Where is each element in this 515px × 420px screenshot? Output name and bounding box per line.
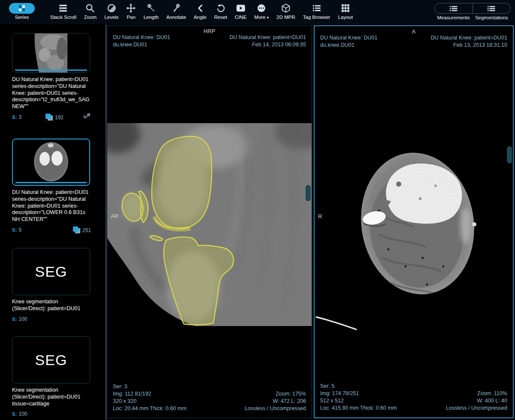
overlay-top-left: DU Natural Knee: DU01 du.knee.DU01: [113, 34, 170, 48]
length-label: Length: [143, 15, 158, 20]
mri-sagittal-image: [107, 123, 312, 326]
chevron-left-icon: [196, 3, 204, 13]
viewport-2[interactable]: A R DU Natural Knee: DU01 du.knee.DU01 D…: [314, 25, 514, 418]
panel-resizer[interactable]: [106, 24, 106, 420]
seg-thumbnail-2[interactable]: SEG: [12, 336, 90, 384]
series-label: Series: [15, 15, 29, 20]
window-level-overlay: W: 472 L: 206: [245, 398, 306, 405]
main-toolbar: Series Stack Scroll Zoom Levels: [0, 0, 515, 24]
instance-count: 251: [82, 227, 91, 233]
series-number-overlay: Ser: 3: [113, 383, 186, 390]
viewport-scrollbar[interactable]: [507, 146, 512, 163]
series-prefix: S:: [12, 317, 17, 322]
cine-button[interactable]: CINE: [231, 0, 250, 20]
seg-placeholder: SEG: [35, 263, 67, 280]
zoom-label: Zoom: [84, 15, 97, 20]
series-meta: S: 3 192: [12, 113, 91, 121]
list-icon: [449, 6, 458, 12]
right-panel-toggles: Measurements Segmentations: [434, 3, 511, 20]
series-description: DU Natural Knee: patient=DU01 series-des…: [12, 189, 91, 223]
study-date: Feb 14, 2013 06:09:35: [230, 41, 306, 48]
tag-list-icon: [312, 4, 321, 12]
series-number: 5: [19, 227, 22, 233]
series-thumbnail-2[interactable]: [12, 139, 90, 186]
annotate-arrow-icon: [172, 3, 181, 13]
image-number-overlay: Img: 112 81/192: [113, 390, 186, 398]
series-button[interactable]: Series: [5, 0, 39, 20]
series-meta: S: 5 251: [12, 226, 91, 234]
segmentations-label: Segmentations: [473, 15, 511, 20]
reset-button[interactable]: Reset: [210, 0, 231, 20]
series-active-pill: [9, 3, 35, 14]
length-ruler-icon: [146, 3, 156, 13]
overlay-top-right: DU Natural Knee: patient=DU01 Feb 14, 20…: [230, 34, 306, 48]
stack-bars-icon: [58, 4, 68, 12]
series-description: Knee segmentation (Slicer/Direct): patie…: [12, 387, 91, 407]
study-description: DU Natural Knee: patient=DU01: [230, 34, 306, 41]
series-prefix: S:: [12, 115, 17, 120]
pan-button[interactable]: Pan: [122, 0, 139, 20]
levels-button[interactable]: Levels: [100, 0, 122, 20]
series-description: DU Natural Knee: patient=DU01 series-des…: [12, 76, 91, 110]
more-label: More▾: [254, 15, 269, 20]
annotate-button[interactable]: Annotate: [163, 0, 190, 20]
reset-arrow-icon: [216, 3, 225, 13]
tag-browser-button[interactable]: Tag Browser: [299, 0, 334, 20]
thumbnail-ct-axial: [13, 139, 89, 185]
cube-icon: [281, 3, 291, 13]
more-button[interactable]: More▾: [251, 0, 273, 20]
series-description: Knee segmentation (Slicer/Direct): patie…: [12, 299, 91, 312]
mpr-2d-button[interactable]: 2D MPR: [273, 0, 299, 20]
layout-label: Layout: [338, 15, 353, 20]
series-number: 100: [19, 411, 27, 417]
patient-name: DU Natural Knee: DU01: [113, 34, 170, 41]
reset-label: Reset: [214, 15, 227, 20]
series-item-2[interactable]: DU Natural Knee: patient=DU01 series-des…: [12, 139, 91, 234]
measurements-panel-button[interactable]: [435, 3, 473, 13]
matrix-size-overlay: 320 x 320: [113, 398, 186, 405]
segmentations-panel-button[interactable]: [473, 3, 511, 13]
series-thumbnail-1[interactable]: [12, 33, 90, 73]
series-number: 100: [19, 316, 27, 322]
length-button[interactable]: Length: [139, 0, 162, 20]
zoom-button[interactable]: Zoom: [80, 0, 100, 20]
thumbnail-scroll-indicator: [15, 182, 87, 183]
seg-thumbnail-1[interactable]: SEG: [12, 248, 90, 295]
orientation-marker-top: HRP: [107, 28, 312, 34]
layout-grid-icon: [341, 4, 350, 12]
magnifier-icon: [85, 3, 95, 13]
series-item-1[interactable]: DU Natural Knee: patient=DU01 series-des…: [12, 33, 91, 121]
cine-label: CINE: [235, 15, 246, 20]
instance-count: 192: [55, 115, 64, 121]
series-meta: S: 100: [12, 410, 91, 418]
thumbnail-mri-sagittal: [12, 33, 90, 73]
angle-label: Angle: [194, 15, 206, 20]
seg-placeholder: SEG: [35, 352, 67, 369]
grid-icon: [18, 5, 25, 12]
viewport-1[interactable]: HRP AR DU Natural Knee: DU01 du.knee.DU0…: [107, 25, 312, 418]
half-circle-icon: [107, 3, 116, 13]
series-panel: DU Natural Knee: patient=DU01 series-des…: [0, 24, 106, 420]
overlay-bottom-right: Zoom: 175% W: 472 L: 206 Lossless / Unco…: [245, 390, 306, 412]
link-icon: [84, 113, 90, 121]
series-number: 3: [19, 114, 22, 120]
viewport-scrollbar[interactable]: [306, 185, 311, 201]
mpr-2d-label: 2D MPR: [276, 15, 295, 20]
series-item-4[interactable]: SEG Knee segmentation (Slicer/Direct): p…: [12, 336, 91, 418]
layout-button[interactable]: Layout: [334, 0, 357, 20]
stack-scroll-button[interactable]: Stack Scroll: [46, 0, 80, 20]
series-prefix: S:: [12, 411, 17, 417]
patient-id: du.knee.DU01: [113, 41, 170, 48]
tag-browser-label: Tag Browser: [303, 15, 330, 20]
toolbar-tools: Series Stack Scroll Zoom Levels: [0, 0, 357, 20]
compression-overlay: Lossless / Uncompressed: [245, 405, 306, 412]
play-icon: [236, 4, 245, 12]
series-meta: S: 100: [12, 315, 91, 323]
angle-button[interactable]: Angle: [190, 0, 210, 20]
pan-arrows-icon: [126, 3, 136, 13]
series-item-3[interactable]: SEG Knee segmentation (Slicer/Direct): p…: [12, 248, 91, 323]
measurements-label: Measurements: [434, 15, 473, 20]
zoom-overlay: Zoom: 175%: [245, 390, 306, 398]
caret-down-icon: ▾: [267, 15, 269, 20]
stack-scroll-label: Stack Scroll: [50, 15, 76, 20]
